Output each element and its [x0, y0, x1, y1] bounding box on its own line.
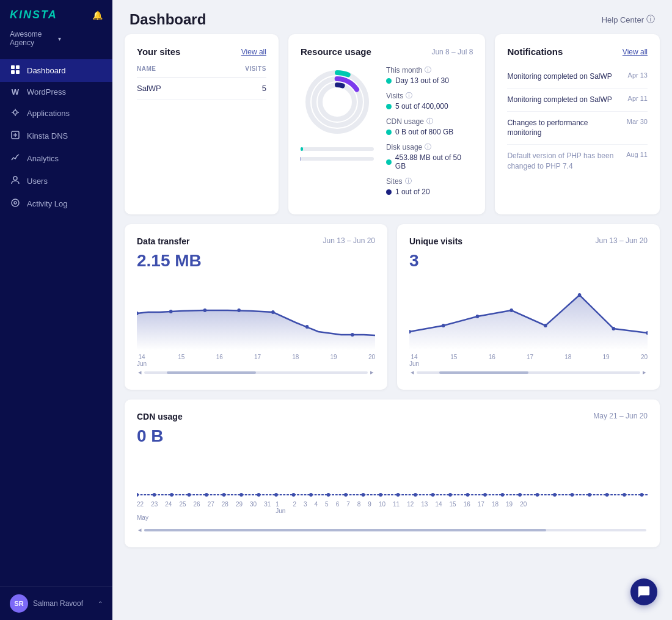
- notifications-bell-icon[interactable]: 🔔: [92, 10, 103, 20]
- svg-point-32: [170, 493, 173, 497]
- svg-point-20: [305, 325, 309, 329]
- svg-point-28: [612, 327, 616, 330]
- svg-point-30: [137, 493, 139, 497]
- stat-value-cdn: 0 B out of 800 GB: [386, 128, 473, 136]
- scroll-track[interactable]: [417, 371, 640, 374]
- sidebar-item-analytics[interactable]: Analytics: [0, 147, 112, 170]
- axis-label: 19: [506, 501, 513, 514]
- svg-point-36: [239, 493, 243, 497]
- axis-label: 1: [276, 501, 285, 508]
- scroll-track[interactable]: [144, 529, 646, 531]
- dot-disk: [386, 159, 392, 165]
- axis-label: 16: [216, 354, 223, 367]
- axis-label: 30: [250, 501, 257, 514]
- scroll-right-arrow[interactable]: ▸: [369, 368, 375, 376]
- svg-point-27: [578, 293, 582, 297]
- sites-card: Your sites View all NAME VISITS SalWP 5: [125, 34, 279, 214]
- notif-date-1: Apr 13: [628, 71, 648, 82]
- svg-point-55: [571, 493, 574, 497]
- stat-label-sites: Sites ⓘ: [386, 177, 473, 186]
- chevron-down-icon: ▾: [58, 35, 103, 42]
- footer-chevron-icon[interactable]: ⌃: [98, 600, 103, 607]
- svg-point-7: [12, 199, 19, 206]
- svg-point-16: [169, 310, 173, 313]
- svg-point-23: [442, 324, 445, 327]
- resource-date-range: Jun 8 – Jul 8: [431, 48, 473, 56]
- axis-label: 24: [165, 501, 172, 514]
- analytics-icon: [10, 153, 21, 164]
- help-center-link[interactable]: Help Center ⓘ: [602, 14, 655, 25]
- unique-visits-date: Jun 13 – Jun 20: [596, 236, 648, 245]
- svg-point-52: [518, 493, 522, 497]
- data-transfer-header: Data transfer Jun 13 – Jun 20: [137, 236, 375, 246]
- footer-user-name: Salman Ravoof: [33, 599, 93, 608]
- axis-label: 14: [435, 501, 442, 514]
- svg-point-47: [431, 493, 435, 497]
- svg-point-58: [623, 493, 626, 497]
- dot-visits: [386, 104, 392, 109]
- notifications-view-all[interactable]: View all: [623, 48, 648, 56]
- axis-sub: Jun: [409, 360, 419, 367]
- scroll-left-arrow[interactable]: ◂: [137, 526, 143, 534]
- axis-label: 3: [304, 501, 307, 514]
- svg-point-44: [379, 493, 382, 497]
- dashboard-content: Your sites View all NAME VISITS SalWP 5: [112, 34, 672, 569]
- svg-point-35: [222, 493, 226, 497]
- sites-view-all[interactable]: View all: [241, 48, 266, 56]
- axis-month-label: Jun: [276, 508, 285, 514]
- sidebar-item-wordpress[interactable]: W WordPress: [0, 82, 112, 102]
- svg-rect-3: [16, 70, 20, 74]
- resource-stats: This month ⓘ Day 13 out of 30 Visits ⓘ: [386, 65, 473, 202]
- account-switcher[interactable]: Awesome Agency ▾: [0, 27, 112, 54]
- notif-text-1: Monitoring completed on SalWP: [507, 71, 623, 82]
- dot-sites: [386, 189, 392, 195]
- notifications-card: Notifications View all Monitoring comple…: [495, 34, 660, 214]
- sidebar-item-dashboard[interactable]: Dashboard: [0, 59, 112, 82]
- svg-point-34: [205, 493, 208, 497]
- sites-card-header: Your sites View all: [137, 46, 266, 57]
- logo: kinsta: [10, 9, 57, 21]
- charts-row: Data transfer Jun 13 – Jun 20 2.15 MB: [125, 224, 660, 390]
- sidebar-logo-area: kinsta 🔔: [0, 0, 112, 27]
- axis-label: 19: [603, 354, 610, 367]
- scroll-right-arrow[interactable]: ▸: [641, 368, 648, 376]
- unique-visits-scrollbar: ◂ ▸: [409, 367, 648, 377]
- sidebar-footer: SR Salman Ravoof ⌃: [0, 586, 112, 620]
- axis-label: 25: [179, 501, 186, 514]
- stat-value-visits: 5 out of 400,000: [386, 102, 473, 111]
- axis-label: 15: [450, 501, 456, 514]
- sidebar-label-kinsta-dns: Kinsta DNS: [27, 131, 68, 140]
- notif-text-3: Changes to performance monitoring: [507, 118, 621, 139]
- svg-point-21: [351, 333, 354, 337]
- chat-button[interactable]: [630, 578, 657, 605]
- sites-card-title: Your sites: [137, 46, 180, 57]
- sidebar-label-wordpress: WordPress: [27, 87, 66, 97]
- stat-value-sites: 1 out of 20: [386, 188, 473, 196]
- notif-date-4: Aug 11: [626, 151, 648, 172]
- resource-card-header: Resource usage Jun 8 – Jul 8: [301, 46, 473, 57]
- cdn-usage-title: CDN usage: [137, 412, 183, 421]
- sidebar-item-applications[interactable]: Applications: [0, 102, 112, 125]
- table-row[interactable]: SalWP 5: [137, 78, 266, 100]
- svg-point-51: [501, 493, 505, 497]
- sidebar-item-activity-log[interactable]: Activity Log: [0, 192, 112, 215]
- help-center-icon: ⓘ: [646, 14, 655, 25]
- stat-visits: Visits ⓘ 5 out of 400,000: [386, 91, 473, 111]
- unique-visits-axis: 14Jun 15 16 17 18 19 20: [409, 350, 648, 367]
- scroll-left-arrow[interactable]: ◂: [137, 368, 143, 376]
- scroll-track[interactable]: [144, 371, 368, 374]
- axis-label: 14: [137, 354, 147, 360]
- col-name-header: NAME: [137, 65, 156, 72]
- sidebar-item-users[interactable]: Users: [0, 170, 112, 192]
- axis-label: 6: [336, 501, 340, 514]
- dot-cdn: [386, 129, 392, 135]
- scroll-thumb: [167, 371, 256, 374]
- axis-label: 19: [331, 354, 337, 367]
- axis-label: 27: [208, 501, 214, 514]
- sidebar-item-kinsta-dns[interactable]: Kinsta DNS: [0, 125, 112, 147]
- users-icon: [10, 175, 21, 187]
- svg-point-26: [544, 324, 547, 327]
- notif-date-2: Apr 11: [628, 95, 648, 105]
- scroll-left-arrow[interactable]: ◂: [409, 368, 415, 376]
- svg-point-33: [188, 493, 191, 497]
